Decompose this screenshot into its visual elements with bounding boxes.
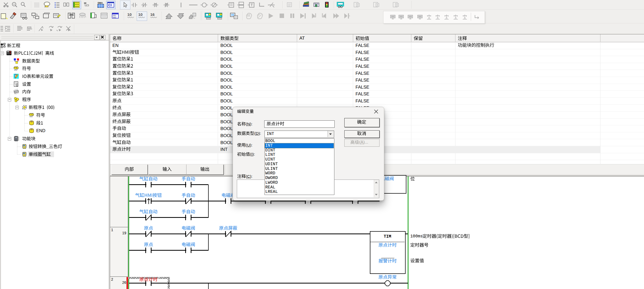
svg-text:002: 002: [113, 16, 116, 19]
svg-text:16: 16: [150, 12, 155, 17]
svg-text:CI: CI: [108, 3, 112, 7]
svg-text:10: 10: [138, 12, 143, 17]
svg-text:SMA: SMA: [98, 2, 103, 4]
svg-text:10: 10: [127, 12, 132, 17]
